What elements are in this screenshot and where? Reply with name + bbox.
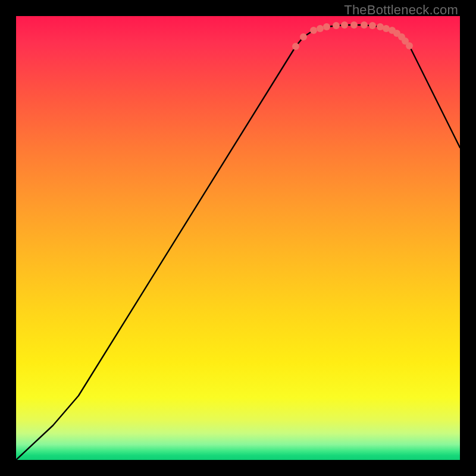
highlight-dot [300, 33, 307, 40]
highlight-dot [317, 25, 324, 32]
highlight-markers [292, 21, 413, 50]
highlight-dot [350, 21, 358, 29]
plot-area [16, 16, 460, 460]
highlight-dot [292, 43, 299, 50]
curve-line [16, 25, 460, 460]
watermark-text: TheBottleneck.com [344, 2, 458, 18]
highlight-dot [333, 22, 340, 29]
highlight-dot [361, 21, 368, 29]
chart-frame: TheBottleneck.com [0, 0, 476, 476]
highlight-dot [323, 23, 330, 30]
highlight-dot [310, 27, 317, 34]
bottleneck-curve [16, 16, 460, 460]
highlight-dot [369, 22, 376, 29]
highlight-dot [406, 42, 413, 49]
highlight-dot [341, 21, 348, 29]
